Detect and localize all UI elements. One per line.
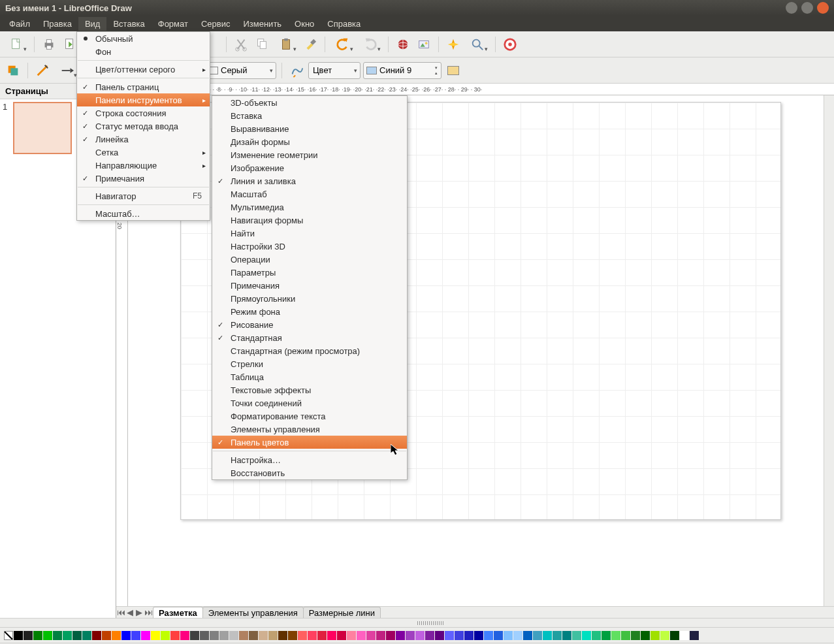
color-swatch[interactable] <box>406 631 415 640</box>
color-swatch[interactable] <box>347 631 356 640</box>
color-swatch[interactable] <box>523 631 532 640</box>
color-swatch[interactable] <box>474 631 483 640</box>
color-swatch[interactable] <box>72 631 82 640</box>
color-swatch[interactable] <box>82 631 91 640</box>
tb-form-design[interactable]: Дизайн формы <box>212 135 407 148</box>
view-background[interactable]: Фон <box>77 45 210 58</box>
color-swatch[interactable] <box>161 631 170 640</box>
tab-nav-first[interactable]: ⏮ <box>116 607 125 617</box>
color-swatch[interactable] <box>43 631 52 640</box>
color-swatch[interactable] <box>631 631 640 640</box>
help-button[interactable] <box>501 35 519 54</box>
color-swatch[interactable] <box>425 631 434 640</box>
tb-options[interactable]: Параметры <box>212 266 407 279</box>
color-swatch[interactable] <box>660 631 669 640</box>
color-swatch[interactable] <box>455 631 464 640</box>
zoom-button[interactable] <box>465 35 490 54</box>
color-swatch[interactable] <box>14 631 23 640</box>
color-swatch[interactable] <box>239 631 248 640</box>
tb-standard-view[interactable]: Стандартная (режим просмотра) <box>212 344 407 357</box>
layer-tab-controls[interactable]: Элементы управления <box>202 607 304 619</box>
color-swatch[interactable] <box>141 631 150 640</box>
color-swatch[interactable] <box>650 631 660 640</box>
hyperlink-button[interactable] <box>394 35 412 54</box>
tb-image[interactable]: Изображение <box>212 161 407 174</box>
color-swatch[interactable] <box>562 631 571 640</box>
color-swatch[interactable] <box>376 631 385 640</box>
color-swatch[interactable] <box>180 631 189 640</box>
color-swatch[interactable] <box>592 631 601 640</box>
navigator-button[interactable] <box>444 35 462 54</box>
tb-customize[interactable]: Настройка… <box>212 453 407 466</box>
color-swatch[interactable] <box>190 631 199 640</box>
menu-modify[interactable]: Изменить <box>236 17 288 31</box>
color-swatch[interactable] <box>435 631 444 640</box>
color-swatch[interactable] <box>131 631 140 640</box>
menu-insert[interactable]: Вставка <box>106 17 151 31</box>
view-ruler[interactable]: ✓Линейка <box>77 133 210 146</box>
color-swatch[interactable] <box>92 631 101 640</box>
color-swatch[interactable] <box>24 631 33 640</box>
color-swatch[interactable] <box>386 631 395 640</box>
color-swatch[interactable] <box>298 631 307 640</box>
color-swatch[interactable] <box>533 631 542 640</box>
color-swatch[interactable] <box>690 631 699 640</box>
tb-edit-geometry[interactable]: Изменение геометрии <box>212 148 407 161</box>
color-swatch[interactable] <box>513 631 522 640</box>
color-swatch[interactable] <box>601 631 611 640</box>
line-color-dropdown[interactable]: Серый <box>204 62 276 79</box>
new-doc-button[interactable] <box>4 35 29 54</box>
color-swatch[interactable] <box>641 631 650 640</box>
color-swatch[interactable] <box>327 631 336 640</box>
tb-media[interactable]: Мультимедиа <box>212 201 407 214</box>
tb-text-effects[interactable]: Текстовые эффекты <box>212 383 407 396</box>
color-swatch[interactable] <box>484 631 493 640</box>
color-swatch[interactable] <box>357 631 366 640</box>
color-swatch[interactable] <box>680 631 689 640</box>
page-thumbnail[interactable] <box>13 102 72 154</box>
tb-rectangles[interactable]: Прямоугольники <box>212 292 407 305</box>
tb-form-nav[interactable]: Навигация формы <box>212 214 407 227</box>
menu-tools[interactable]: Сервис <box>195 17 237 31</box>
color-swatch[interactable] <box>200 631 209 640</box>
color-swatch[interactable] <box>121 631 131 640</box>
fill-type-dropdown[interactable]: Цвет <box>308 62 361 79</box>
color-swatch[interactable] <box>582 631 591 640</box>
window-maximize-button[interactable] <box>801 2 813 14</box>
view-page-panel[interactable]: ✓Панель страниц <box>77 80 210 93</box>
color-swatch[interactable] <box>170 631 180 640</box>
color-swatch[interactable] <box>53 631 62 640</box>
format-paintbrush-button[interactable] <box>301 35 319 54</box>
menu-window[interactable]: Окно <box>288 17 321 31</box>
view-toolbars[interactable]: Панели инструментов▸ <box>77 93 210 106</box>
tb-table[interactable]: Таблица <box>212 370 407 383</box>
color-swatch[interactable] <box>268 631 278 640</box>
view-normal[interactable]: Обычный <box>77 32 210 45</box>
color-swatch[interactable] <box>337 631 346 640</box>
tb-background-mode[interactable]: Режим фона <box>212 305 407 318</box>
gallery-button[interactable] <box>415 35 433 54</box>
color-swatch[interactable] <box>572 631 581 640</box>
color-swatch[interactable] <box>366 631 376 640</box>
copy-button[interactable] <box>253 35 271 54</box>
menu-file[interactable]: Файл <box>3 17 37 31</box>
color-swatch[interactable] <box>308 631 317 640</box>
tab-nav-prev[interactable]: ◀ <box>125 607 135 617</box>
tb-notes[interactable]: Примечания <box>212 279 407 292</box>
color-swatch[interactable] <box>621 631 630 640</box>
color-swatch[interactable] <box>494 631 503 640</box>
view-statusbar[interactable]: ✓Строка состояния <box>77 106 210 120</box>
color-swatch[interactable] <box>33 631 42 640</box>
view-navigator[interactable]: НавигаторF5 <box>77 189 210 202</box>
menu-help[interactable]: Справка <box>321 17 367 31</box>
color-swatch[interactable] <box>259 631 268 640</box>
line-dialog-button[interactable] <box>33 61 52 80</box>
layer-tab-layout[interactable]: Разметка <box>153 607 203 619</box>
cut-button[interactable] <box>232 35 250 54</box>
tb-arrows[interactable]: Стрелки <box>212 357 407 370</box>
tb-align[interactable]: Выравнивание <box>212 122 407 135</box>
tb-connection-points[interactable]: Точки соединений <box>212 396 407 410</box>
view-grayscale[interactable]: Цвет/оттенки серого▸ <box>77 63 210 76</box>
tab-nav-next[interactable]: ▶ <box>135 607 144 617</box>
tb-insert[interactable]: Вставка <box>212 109 407 122</box>
